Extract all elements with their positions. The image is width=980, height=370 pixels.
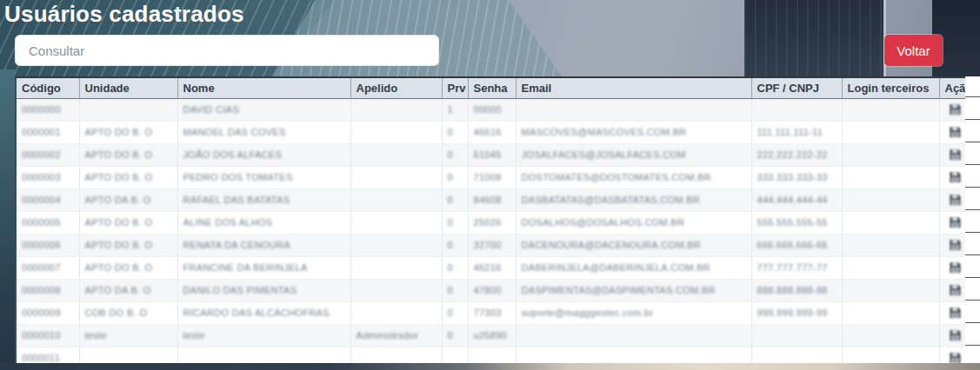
cell-value: MASCOVES@MASCOVES.COM.BR [522,127,687,137]
action-button[interactable] [949,284,962,296]
cell-value: DOSTOMATES@DOSTOMATES.COM.BR [522,172,712,182]
cell-value: APTO DO B. O [85,240,153,250]
cell-value: 0000007 [22,262,61,273]
cell-value: teste [183,330,205,340]
cell-value: FRANCINE DA BERINJELA [183,262,308,273]
cell-value: 47800 [474,285,502,295]
cell-value: RENATA DA CENOURA [183,240,290,250]
cell-value: JOÃO DOS ALFACES [183,149,283,160]
table-row: 0000008APTO DA B. ODANILO DAS PIMENTAS04… [16,279,966,301]
cell-value: DASBATATAS@DASBATATAS.COM.BR [522,195,701,205]
cell-value: 0 [448,127,453,137]
cell-value: suporte@magggestec.com.br [522,307,654,318]
cell-value: 888.888.888-88 [757,285,828,295]
action-button[interactable] [949,307,962,319]
cell-value: JOSALFACES@JOSALFACES.COM [522,149,686,160]
table-row: 0000000DAVID CIAS100000 [16,98,966,121]
cell-value: 0 [448,262,453,273]
cell-value: 46216 [474,262,502,273]
save-icon [949,352,962,363]
cell-value: 555.555.555-55 [757,217,828,228]
table-right-gutter [965,76,980,363]
column-header: CPF / CNPJ [751,77,842,98]
users-table-container: CódigoUnidadeNomeApelidoPrvSenhaEmailCPF… [15,76,980,363]
cell-value: APTO DO B. O [85,149,153,160]
cell-value: DANILO DAS PIMENTAS [183,285,297,295]
back-button[interactable]: Voltar [884,35,943,66]
cell-value: teste [85,330,107,340]
action-button[interactable] [949,171,962,183]
table-row: 0000005APTO DO B. OALINE DOS ALHOS025026… [16,211,966,234]
action-button[interactable] [949,149,962,161]
action-button[interactable] [949,352,962,363]
action-button[interactable] [949,103,962,116]
save-icon [949,216,962,228]
cell-value: 0000001 [22,127,61,137]
cell-value: 0000004 [22,195,61,205]
cell-value: 84608 [474,195,502,205]
cell-value: APTO DO B. O [85,262,153,273]
cell-value: APTO DA B. O [85,195,151,205]
cell-value: APTO DO B. O [85,172,153,182]
cell-value: 0000000 [22,104,61,115]
cell-value: 0000005 [22,217,61,228]
column-header: Senha [468,77,516,98]
save-icon [949,307,962,319]
cell-value: 0 [448,240,453,250]
cell-value: 61045 [474,149,502,160]
cell-value: 0000009 [22,307,61,318]
cell-value: 0000002 [22,149,61,160]
cell-value: DAVID CIAS [183,104,240,115]
cell-value: 999.999.999-99 [757,307,828,318]
table-row: 0000001APTO DO B. OMANOEL DAS COVES04661… [16,121,966,143]
cell-value: 666.666.666-66 [757,240,828,250]
table-header-row: CódigoUnidadeNomeApelidoPrvSenhaEmailCPF… [16,77,966,98]
cell-value: DASPIMENTAS@DASPIMENTAS.COM.BR [522,285,716,295]
cell-value: 0000003 [22,172,61,182]
action-button[interactable] [949,126,962,138]
save-icon [949,194,962,206]
cell-value: 0000006 [22,240,61,250]
column-header: Nome [177,77,350,98]
column-header: Código [16,77,79,98]
search-input[interactable] [15,35,439,66]
column-header: Apelido [350,77,442,98]
cell-value: 0 [448,149,453,160]
cell-value: 0 [448,195,453,205]
save-icon [949,329,962,341]
table-row: 0000010testetesteAdministrador0u25890 [16,324,966,347]
action-button[interactable] [949,216,962,228]
save-icon [949,261,962,274]
column-header: Prv [442,77,468,98]
cell-value: APTO DO B. O [85,127,153,137]
action-button[interactable] [949,329,962,341]
cell-value: DACENOURA@DACENOURA.COM.BR [522,240,702,250]
cell-value: 111.111.111-11 [757,127,823,137]
table-row: 0000006APTO DO B. ORENATA DA CENOURA0327… [16,234,966,256]
action-button[interactable] [949,261,962,274]
cell-value: 00000 [474,104,502,115]
cell-value: 77303 [474,307,502,318]
save-icon [949,126,962,138]
cell-value: 25026 [474,217,502,228]
cell-value: DABERINJELA@DABERINJELA.COM.BR [522,262,711,273]
save-icon [949,103,962,116]
users-table: CódigoUnidadeNomeApelidoPrvSenhaEmailCPF… [15,76,967,363]
table-row: 0000011 [16,347,966,363]
save-icon [949,239,962,251]
cell-value: u25890 [474,330,508,340]
cell-value: 0 [448,330,453,340]
action-button[interactable] [949,194,962,206]
cell-value: 0000008 [22,285,61,295]
cell-value: 444.444.444-44 [757,195,828,205]
cell-value: 32700 [474,240,502,250]
table-row: 0000007APTO DO B. OFRANCINE DA BERINJELA… [16,256,966,279]
background-left-strip [0,69,15,370]
action-button[interactable] [949,239,962,251]
cell-value: APTO DA B. O [85,285,151,295]
column-header: Email [516,77,751,98]
cell-value: 71008 [474,172,502,182]
cell-value: 46616 [474,127,502,137]
cell-value: 1 [448,104,453,115]
table-row: 0000002APTO DO B. OJOÃO DOS ALFACES06104… [16,143,966,166]
